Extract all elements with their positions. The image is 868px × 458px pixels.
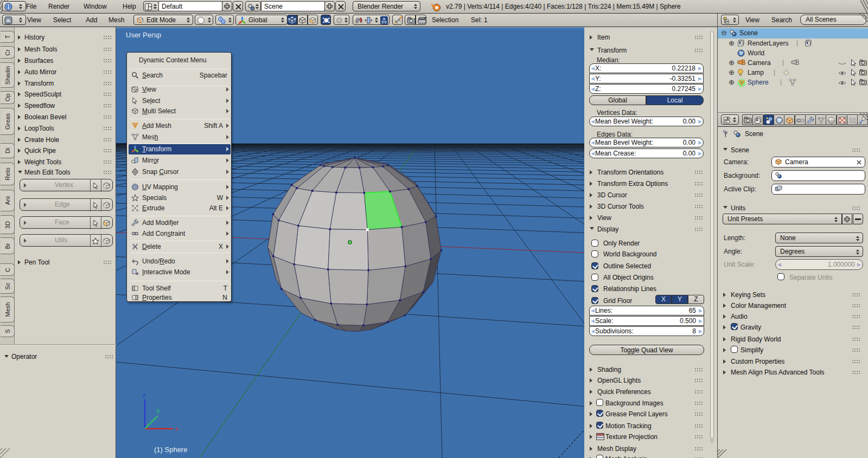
svg-text:z: z bbox=[143, 392, 146, 398]
svg-text:y: y bbox=[157, 407, 160, 414]
svg-text:x: x bbox=[175, 425, 178, 432]
